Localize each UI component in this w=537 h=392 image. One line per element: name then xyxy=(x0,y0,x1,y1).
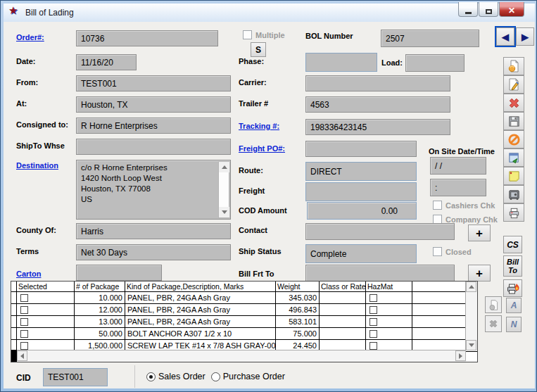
scroll-right-icon[interactable] xyxy=(455,350,466,361)
freight-po-field[interactable] xyxy=(305,141,417,157)
order-field[interactable]: 10736 xyxy=(76,30,218,46)
edit-icon xyxy=(507,77,521,91)
hazmat-checkbox[interactable] xyxy=(366,328,412,339)
scroll-down-icon[interactable] xyxy=(466,340,476,350)
selected-checkbox[interactable] xyxy=(17,328,75,339)
cashiers-chk-checkbox[interactable] xyxy=(433,201,442,210)
note-button[interactable] xyxy=(503,167,524,185)
freight-label: Freight xyxy=(239,186,265,195)
scroll-up-icon[interactable] xyxy=(466,282,476,292)
grid-vertical-scrollbar[interactable] xyxy=(465,282,477,350)
cid-dropdown[interactable]: TEST001 xyxy=(43,368,108,386)
bill-to-button[interactable]: Bill To xyxy=(503,255,522,277)
scroll-left-icon[interactable] xyxy=(17,350,27,361)
table-row[interactable]: 13.000PANEL, PBR, 24GA Ash Gray583.101 xyxy=(11,316,477,328)
delete-button[interactable] xyxy=(503,94,524,112)
previous-record-button[interactable]: ◀ xyxy=(496,27,514,46)
consigned-to-field[interactable]: R Horne Enterprises xyxy=(76,118,231,134)
hazmat-checkbox[interactable] xyxy=(366,292,412,303)
carrier-field[interactable] xyxy=(305,75,450,91)
extra-cell xyxy=(412,316,466,327)
hazmat-checkbox[interactable] xyxy=(366,316,412,327)
bol-number-field[interactable]: 2507 xyxy=(381,30,479,47)
scroll-down-icon[interactable] xyxy=(219,207,229,217)
table-row[interactable]: 10.000PANEL, PBR, 24GA Ash Gray345.030 xyxy=(11,292,477,304)
grid-horizontal-scrollbar[interactable] xyxy=(17,350,466,362)
hazmat-checkbox[interactable] xyxy=(366,304,412,315)
closed-checkbox[interactable] xyxy=(433,247,442,256)
carton-link[interactable]: Carton xyxy=(16,270,41,278)
table-row[interactable]: 50.000BOLT ANCHOR A307 1/2 x 1075.000 xyxy=(11,328,477,340)
col-packages[interactable]: # of Package xyxy=(75,282,125,291)
route-label: Route: xyxy=(239,166,263,175)
add-bill-frt-button[interactable]: + xyxy=(468,265,491,282)
row-selector xyxy=(11,292,17,303)
col-weight[interactable]: Weight xyxy=(276,282,320,291)
safe-button[interactable] xyxy=(503,185,524,203)
tracking-link[interactable]: Tracking #: xyxy=(239,122,279,130)
selected-checkbox[interactable] xyxy=(17,304,75,315)
col-extra[interactable] xyxy=(412,282,466,291)
selected-checkbox[interactable] xyxy=(17,316,75,327)
s-button[interactable]: S xyxy=(251,42,266,57)
carton-field[interactable] xyxy=(76,265,162,281)
post-button[interactable] xyxy=(503,148,524,167)
freight-dropdown[interactable] xyxy=(305,182,417,201)
sales-order-radio[interactable]: Sales Order xyxy=(146,372,206,381)
titlebar: ★★ Bill of Lading ✕ xyxy=(4,4,535,22)
sales-order-label: Sales Order xyxy=(158,372,206,381)
phase-dropdown[interactable] xyxy=(305,53,377,72)
destination-link[interactable]: Destination xyxy=(16,161,58,170)
from-field[interactable]: TEST001 xyxy=(76,75,231,91)
close-button[interactable]: ✕ xyxy=(499,2,524,17)
row-selector xyxy=(11,328,17,339)
col-hazmat[interactable]: HazMat xyxy=(366,282,412,291)
table-row[interactable]: 12.000PANEL, PBR, 24GA Ash Gray496.843 xyxy=(11,304,477,316)
multiple-checkbox[interactable] xyxy=(243,30,252,39)
cancel-button[interactable] xyxy=(503,130,524,148)
app-star-icon: ★★ xyxy=(8,7,20,18)
maximize-button[interactable] xyxy=(479,2,498,17)
order-link[interactable]: Order#: xyxy=(16,33,44,42)
load-field[interactable] xyxy=(405,54,465,72)
destination-scrollbar[interactable] xyxy=(218,161,229,218)
shipto-whse-field[interactable] xyxy=(76,139,231,155)
cod-amount-field[interactable]: 0.00 xyxy=(307,202,417,220)
new-record-button[interactable] xyxy=(503,57,524,75)
ship-status-dropdown[interactable]: Complete xyxy=(305,244,417,263)
tracking-field[interactable]: 198336423145 xyxy=(305,119,450,135)
save-button[interactable] xyxy=(503,112,524,130)
county-of-field[interactable]: Harris xyxy=(76,223,231,239)
quick-print-button[interactable] xyxy=(503,279,522,297)
destination-textarea[interactable]: c/o R Horne Enterprises 1420 North Loop … xyxy=(76,160,231,220)
n-button[interactable]: N xyxy=(506,317,522,332)
minimize-button[interactable] xyxy=(458,2,478,17)
contact-field[interactable] xyxy=(305,223,455,240)
at-field[interactable]: Houston, TX xyxy=(76,96,231,113)
next-record-button[interactable]: ▶ xyxy=(516,27,534,46)
freight-po-link[interactable]: Freight PO#: xyxy=(239,144,285,153)
add-contact-button[interactable]: + xyxy=(468,225,491,241)
purchase-order-label: Purchase Order xyxy=(223,372,285,381)
print-button[interactable] xyxy=(503,203,524,222)
multiple-label: Multiple xyxy=(255,31,285,39)
route-dropdown[interactable]: DIRECT xyxy=(305,162,417,181)
safe-icon xyxy=(507,188,521,201)
purchase-order-radio[interactable]: Purchase Order xyxy=(211,372,285,381)
date-field[interactable]: 11/16/20 xyxy=(76,54,137,70)
selected-checkbox[interactable] xyxy=(17,292,75,303)
col-class-or-rate[interactable]: Class or Rate xyxy=(320,282,366,291)
terms-field[interactable]: Net 30 Days xyxy=(76,244,231,260)
contact-label: Contact xyxy=(239,226,267,234)
cs-button[interactable]: CS xyxy=(503,236,522,253)
onsite-time-field[interactable]: : xyxy=(430,179,486,196)
bill-frt-to-field[interactable] xyxy=(305,265,455,282)
col-selected[interactable]: Selected xyxy=(17,282,75,291)
onsite-date-field[interactable]: / / xyxy=(430,157,486,175)
trailer-field[interactable]: 4563 xyxy=(305,96,450,113)
edit-button[interactable] xyxy=(503,75,524,94)
col-kind[interactable]: Kind of Package,Description, Marks xyxy=(125,282,276,291)
radio-icon xyxy=(211,372,220,381)
a-button[interactable]: A xyxy=(506,298,522,313)
scroll-up-icon[interactable] xyxy=(219,162,229,172)
